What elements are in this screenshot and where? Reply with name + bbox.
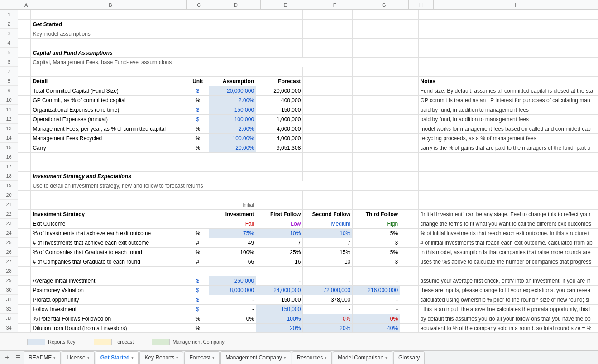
tab-get-started[interactable]: Get Started ▾ (96, 351, 139, 364)
cell-10d[interactable]: 2.00% (209, 95, 256, 105)
cell-26g[interactable]: 5% (353, 247, 400, 257)
cell-12c[interactable]: $ (187, 114, 209, 124)
cell-15e[interactable]: 9,051,308 (256, 143, 303, 152)
cell-29f[interactable]: - (303, 276, 353, 285)
tab-glossary[interactable]: Glossary (393, 351, 425, 364)
col-header-f[interactable]: F (310, 0, 359, 9)
tab-management-company[interactable]: Management Company ▾ (220, 351, 291, 364)
cell-12b[interactable]: Operational Expenses (annual) (31, 114, 187, 124)
cell-30b[interactable]: Postmoney Valuation (31, 285, 187, 295)
grid-area[interactable]: Get Started Key model assumptions. (18, 10, 598, 332)
col-header-g[interactable]: G (359, 0, 409, 9)
tab-resources[interactable]: Resources ▾ (292, 351, 332, 364)
cell-34b[interactable]: Dilution from Round (from all investors) (31, 323, 187, 332)
add-sheet-button[interactable]: + (2, 352, 13, 363)
cell-32c[interactable]: $ (187, 304, 209, 314)
col-header-i[interactable]: I (434, 0, 598, 9)
cell-31f[interactable]: 378,000 (303, 295, 353, 304)
cell-25g[interactable]: 3 (353, 238, 400, 247)
cell-11c[interactable]: $ (187, 105, 209, 114)
cell-32f[interactable]: - (303, 304, 353, 314)
cell-24d[interactable]: 75% (209, 228, 256, 238)
cell-33c[interactable]: % (187, 314, 209, 323)
cell-15d[interactable]: 20.00% (209, 143, 256, 152)
cell-27e[interactable]: 16 (256, 257, 303, 266)
cell-25b[interactable]: # of Investments that achieve each exit … (31, 238, 187, 247)
cell-26d[interactable]: 100% (209, 247, 256, 257)
cell-33f[interactable]: 0% (303, 314, 353, 323)
cell-14b[interactable]: Management Fees Recycled (31, 133, 187, 143)
cell-31c[interactable]: $ (187, 295, 209, 304)
cell-29d[interactable]: 250,000 (209, 276, 256, 285)
cell-27d[interactable]: 66 (209, 257, 256, 266)
cell-9d[interactable]: 20,000,000 (209, 86, 256, 95)
sheet-menu-button[interactable]: ☰ (14, 352, 23, 363)
cell-2b[interactable]: Get Started (31, 19, 256, 29)
col-header-a[interactable]: A (18, 0, 34, 9)
cell-25c[interactable]: # (187, 238, 209, 247)
cell-34c[interactable]: % (187, 323, 209, 332)
cell-30f[interactable]: 72,000,000 (303, 285, 353, 295)
cell-9e[interactable]: 20,000,000 (256, 86, 303, 95)
cell-26f[interactable]: 15% (303, 247, 353, 257)
cell-10e[interactable]: 400,000 (256, 95, 303, 105)
cell-14e[interactable]: 4,000,000 (256, 133, 303, 143)
cell-25e[interactable]: 7 (256, 238, 303, 247)
cell-34d[interactable] (209, 323, 256, 332)
cell-25f[interactable]: 7 (303, 238, 353, 247)
cell-26c[interactable]: % (187, 247, 209, 257)
cell-12e[interactable]: 1,000,000 (256, 114, 303, 124)
cell-24b[interactable]: % of Investments that achieve each exit … (31, 228, 187, 238)
col-header-c[interactable]: C (187, 0, 211, 9)
cell-29c[interactable]: $ (187, 276, 209, 285)
cell-30g[interactable]: 216,000,000 (353, 285, 400, 295)
cell-14c[interactable]: % (187, 133, 209, 143)
cell-11b[interactable]: Organizational Expenses (one time) (31, 105, 187, 114)
cell-34f[interactable]: 20% (303, 323, 353, 332)
cell-9c[interactable]: $ (187, 86, 209, 95)
cell-31e[interactable]: 150,000 (256, 295, 303, 304)
cell-25d[interactable]: 49 (209, 238, 256, 247)
cell-33g[interactable]: 0% (353, 314, 400, 323)
col-header-b[interactable]: B (34, 0, 187, 9)
tab-model-comparison[interactable]: Model Comparison ▾ (333, 351, 392, 364)
cell-10b[interactable]: GP Commit, as % of committed capital (31, 95, 187, 105)
cell-34g[interactable]: 40% (353, 323, 400, 332)
cell-31b[interactable]: Prorata opportunity (31, 295, 187, 304)
cell-27f[interactable]: 10 (303, 257, 353, 266)
cell-11e[interactable]: 150,000 (256, 105, 303, 114)
cell-33e[interactable]: 100% (256, 314, 303, 323)
cell-13b[interactable]: Management Fees, per year, as % of commi… (31, 124, 187, 133)
cell-33b[interactable]: % Potential Follows Followed on (31, 314, 187, 323)
cell-30e[interactable]: 24,000,000 (256, 285, 303, 295)
tab-license[interactable]: License ▾ (62, 351, 94, 364)
cell-13d[interactable]: 2.00% (209, 124, 256, 133)
cell-29e[interactable]: - (256, 276, 303, 285)
cell-12d[interactable]: 100,000 (209, 114, 256, 124)
cell-26e[interactable]: 25% (256, 247, 303, 257)
cell-32b[interactable]: Follow Investment (31, 304, 187, 314)
cell-33d[interactable]: 0% (209, 314, 256, 323)
cell-26b[interactable]: % of Companies that Graduate to each rou… (31, 247, 187, 257)
cell-32d[interactable]: - (209, 304, 256, 314)
col-header-d[interactable]: D (211, 0, 261, 9)
cell-24c[interactable]: % (187, 228, 209, 238)
tab-key-reports[interactable]: Key Reports ▾ (139, 351, 183, 364)
cell-27g[interactable]: 3 (353, 257, 400, 266)
cell-32e[interactable]: 150,000 (256, 304, 303, 314)
tab-readme[interactable]: README ▾ (24, 351, 61, 364)
cell-24g[interactable]: 5% (353, 228, 400, 238)
col-header-h[interactable]: H (409, 0, 434, 9)
tab-forecast[interactable]: Forecast ▾ (184, 351, 220, 364)
cell-14d[interactable]: 100.00% (209, 133, 256, 143)
cell-29g[interactable]: - (353, 276, 400, 285)
cell-10c[interactable]: % (187, 95, 209, 105)
cell-9b[interactable]: Total Commited Capital (Fund Size) (31, 86, 187, 95)
cell-34e[interactable]: 20% (256, 323, 303, 332)
cell-11d[interactable]: 150,000 (209, 105, 256, 114)
cell-32g[interactable]: - (353, 304, 400, 314)
cell-15b[interactable]: Carry (31, 143, 187, 152)
cell-30c[interactable]: $ (187, 285, 209, 295)
cell-30d[interactable]: 8,000,000 (209, 285, 256, 295)
cell-29b[interactable]: Average Initial Investment (31, 276, 187, 285)
